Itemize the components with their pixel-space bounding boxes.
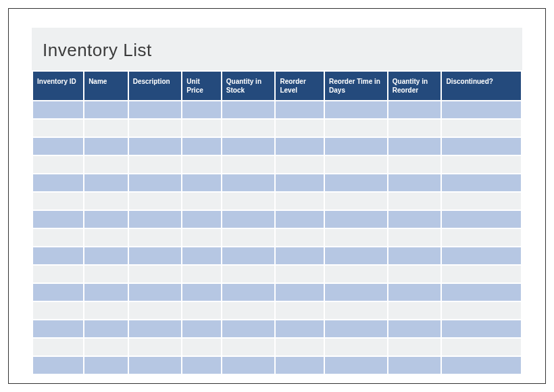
table-cell (222, 101, 275, 118)
table-cell (388, 357, 441, 374)
table-cell (442, 284, 521, 301)
document-page: Inventory List Inventory ID Name Descrip… (8, 8, 546, 384)
table-cell (182, 193, 220, 210)
table-cell (222, 120, 275, 137)
table-cell (276, 284, 324, 301)
table-cell (84, 211, 128, 228)
table-cell (182, 284, 220, 301)
table-cell (222, 266, 275, 283)
table-cell (182, 156, 220, 173)
table-cell (222, 229, 275, 246)
table-cell (276, 211, 324, 228)
table-cell (325, 211, 387, 228)
table-cell (276, 266, 324, 283)
table-cell (182, 247, 220, 264)
col-header-reorder-level: Reorder Level (276, 72, 324, 100)
table-cell (325, 247, 387, 264)
table-cell (442, 193, 521, 210)
table-row (33, 320, 521, 337)
table-cell (182, 211, 220, 228)
table-cell (33, 302, 83, 319)
table-row (33, 339, 521, 356)
table-cell (182, 174, 220, 191)
table-header-row: Inventory ID Name Description Unit Price… (33, 72, 521, 100)
table-cell (276, 193, 324, 210)
table-cell (129, 339, 182, 356)
table-cell (388, 174, 441, 191)
table-cell (129, 357, 182, 374)
table-cell (442, 302, 521, 319)
table-cell (388, 229, 441, 246)
table-cell (182, 101, 220, 118)
table-cell (442, 174, 521, 191)
inventory-table: Inventory ID Name Description Unit Price… (32, 70, 522, 375)
table-cell (388, 193, 441, 210)
table-cell (84, 266, 128, 283)
col-header-quantity-in-stock: Quantity in Stock (222, 72, 275, 100)
table-cell (388, 284, 441, 301)
table-cell (388, 339, 441, 356)
table-row (33, 174, 521, 191)
table-cell (84, 120, 128, 137)
table-row (33, 156, 521, 173)
table-cell (442, 266, 521, 283)
table-cell (325, 320, 387, 337)
table-cell (129, 266, 182, 283)
table-cell (276, 138, 324, 155)
table-cell (222, 138, 275, 155)
table-cell (388, 138, 441, 155)
table-cell (129, 247, 182, 264)
table-row (33, 120, 521, 137)
table-cell (182, 320, 220, 337)
table-cell (388, 302, 441, 319)
table-cell (182, 302, 220, 319)
table-cell (33, 211, 83, 228)
table-cell (33, 284, 83, 301)
title-banner: Inventory List (32, 28, 522, 70)
table-cell (33, 138, 83, 155)
table-cell (129, 120, 182, 137)
table-row (33, 247, 521, 264)
col-header-quantity-in-reorder: Quantity in Reorder (388, 72, 441, 100)
table-cell (325, 193, 387, 210)
table-cell (33, 339, 83, 356)
table-cell (388, 211, 441, 228)
table-cell (129, 320, 182, 337)
table-row (33, 284, 521, 301)
table-cell (388, 320, 441, 337)
table-cell (388, 247, 441, 264)
table-cell (129, 101, 182, 118)
table-cell (84, 357, 128, 374)
table-row (33, 193, 521, 210)
table-cell (84, 156, 128, 173)
table-cell (222, 320, 275, 337)
table-cell (33, 156, 83, 173)
table-cell (84, 284, 128, 301)
table-body (33, 101, 521, 374)
table-row (33, 211, 521, 228)
table-cell (276, 339, 324, 356)
table-cell (388, 266, 441, 283)
table-cell (129, 156, 182, 173)
table-cell (84, 320, 128, 337)
table-cell (129, 138, 182, 155)
table-cell (276, 156, 324, 173)
table-cell (325, 266, 387, 283)
table-cell (129, 284, 182, 301)
table-cell (84, 101, 128, 118)
table-cell (276, 101, 324, 118)
table-cell (325, 357, 387, 374)
table-cell (129, 174, 182, 191)
table-cell (129, 193, 182, 210)
table-cell (182, 138, 220, 155)
table-cell (325, 284, 387, 301)
table-cell (33, 266, 83, 283)
col-header-description: Description (129, 72, 182, 100)
table-cell (388, 120, 441, 137)
table-cell (388, 101, 441, 118)
table-cell (276, 320, 324, 337)
table-cell (276, 120, 324, 137)
table-cell (442, 156, 521, 173)
table-cell (325, 174, 387, 191)
table-cell (442, 211, 521, 228)
